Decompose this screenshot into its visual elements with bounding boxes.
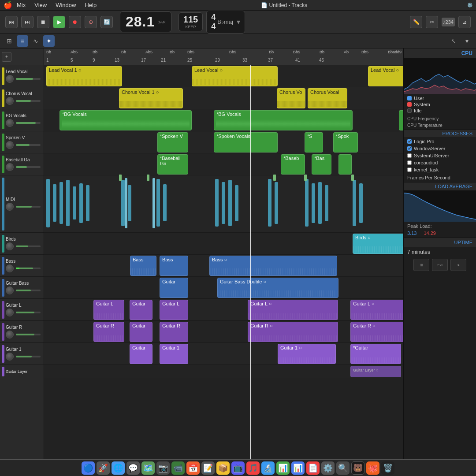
dock-finder[interactable]: 🔵 xyxy=(82,461,95,475)
midi-accent-block[interactable] xyxy=(125,178,127,228)
dock-excel[interactable]: 📊 xyxy=(276,461,290,475)
dock-photos[interactable]: 📷 xyxy=(156,461,170,475)
midi-block[interactable] xyxy=(60,182,63,224)
track-fader[interactable] xyxy=(16,334,41,335)
region-guitar1-2[interactable]: Guitar 1 xyxy=(160,344,188,364)
list-tool[interactable]: ≡ xyxy=(17,35,28,47)
process-checkbox-ca[interactable] xyxy=(407,160,412,165)
midi-block[interactable] xyxy=(312,183,315,223)
dock-word[interactable]: 📄 xyxy=(306,461,320,475)
midi-block[interactable] xyxy=(215,179,219,227)
dock-launchpad[interactable]: 🚀 xyxy=(97,461,110,475)
track-volume-knob[interactable] xyxy=(6,309,14,316)
region-guitar-r-3[interactable]: Guitar R xyxy=(160,322,188,342)
dock-magnifier[interactable]: 🔍 xyxy=(336,461,350,475)
process-checkbox-ws[interactable] xyxy=(407,146,412,151)
track-fader[interactable] xyxy=(16,356,41,357)
pencil-tool[interactable]: ✏️ xyxy=(410,16,422,28)
menu-view[interactable]: View xyxy=(30,2,51,8)
midi-block[interactable] xyxy=(325,185,328,221)
dropdown-arrow[interactable]: ▾ xyxy=(237,18,240,26)
position-display[interactable]: 28.1 BAR xyxy=(120,11,171,32)
region-bg-vocals-1[interactable]: *BG Vocals xyxy=(60,110,192,130)
track-volume-knob[interactable] xyxy=(6,286,14,294)
track-fader[interactable] xyxy=(16,144,41,146)
midi-block[interactable] xyxy=(73,186,76,219)
region-spoken-vocals[interactable]: *Spoken Vocals xyxy=(214,132,278,152)
midi-block[interactable] xyxy=(121,180,125,226)
track-volume-knob[interactable] xyxy=(6,75,14,83)
tuner-button[interactable]: ♪234 xyxy=(442,18,455,26)
region-lead-vocal-3[interactable]: Lead Vocal ○ xyxy=(368,66,403,86)
region-guitar1-3[interactable]: Guitar 1 ○ xyxy=(278,344,336,364)
midi-block[interactable] xyxy=(79,183,83,223)
track-volume-knob[interactable] xyxy=(6,119,14,127)
track-volume-knob[interactable] xyxy=(6,264,14,272)
track-header-guitar-layer[interactable]: Guitar Layer xyxy=(0,365,44,378)
track-volume-knob[interactable] xyxy=(6,203,14,211)
region-spoken-spok[interactable]: *Spok xyxy=(333,132,358,152)
track-fader[interactable] xyxy=(16,312,41,313)
dock-maps[interactable]: 🗺️ xyxy=(141,461,155,475)
track-header-guitar-1[interactable]: Guitar 1 xyxy=(0,343,44,365)
stop-button[interactable]: ⏹ xyxy=(37,16,49,28)
region-baseball-2[interactable]: *Baseb xyxy=(281,154,305,175)
track-header-birds[interactable]: Birds xyxy=(0,233,44,255)
track-fader[interactable] xyxy=(16,206,41,208)
track-volume-knob[interactable] xyxy=(6,97,14,105)
region-guitar-1[interactable]: Guitar xyxy=(160,278,188,298)
dock-messages[interactable]: 💬 xyxy=(126,461,140,475)
midi-block[interactable] xyxy=(163,184,167,221)
fast-forward-button[interactable]: ⏭ xyxy=(21,16,33,28)
grid-tool[interactable]: ⊞ xyxy=(4,35,15,47)
region-guitar-l-3[interactable]: Guitar L xyxy=(160,300,188,320)
region-chorus-vocal-2[interactable]: Chorus Vocal xyxy=(308,88,347,108)
region-baseball-4[interactable] xyxy=(338,154,352,175)
midi-block[interactable] xyxy=(318,182,322,224)
scissors-tool[interactable]: ✂ xyxy=(426,16,438,28)
track-fader[interactable] xyxy=(16,245,41,247)
dock-powerpoint[interactable]: 📊 xyxy=(291,461,305,475)
midi-block[interactable] xyxy=(305,179,309,227)
midi-block[interactable] xyxy=(235,185,238,221)
activity-icon-2[interactable]: 7:xx xyxy=(432,259,448,271)
track-fader[interactable] xyxy=(16,78,41,80)
track-header-guitar-r[interactable]: Guitar R xyxy=(0,321,44,343)
track-header-guitar-l[interactable]: Guitar L xyxy=(0,299,44,321)
track-header-midi[interactable]: MIDI xyxy=(0,175,44,233)
activity-icon-1[interactable]: ⊞ xyxy=(413,259,429,271)
track-fader[interactable] xyxy=(16,122,41,124)
midi-block[interactable] xyxy=(128,185,131,221)
pointer-tool[interactable]: ↖ xyxy=(448,35,459,47)
edit-tool[interactable]: ∿ xyxy=(30,35,41,47)
track-header-baseball[interactable]: Baseball Ga xyxy=(0,153,44,175)
region-chorus-vo[interactable]: Chorus Vo xyxy=(277,88,305,108)
menu-help[interactable]: Help xyxy=(80,2,101,8)
dock-trash[interactable]: 🗑️ xyxy=(381,461,394,475)
track-header-lead-vocal[interactable]: Lead Vocal xyxy=(0,65,44,87)
dock-bear[interactable]: 🐻 xyxy=(351,461,364,475)
midi-block[interactable] xyxy=(353,180,356,226)
region-guitar1-1[interactable]: Guitar xyxy=(130,344,152,364)
region-spoken-s[interactable]: *S xyxy=(305,132,323,152)
process-checkbox-sui[interactable] xyxy=(407,153,412,158)
track-fader[interactable] xyxy=(16,100,41,102)
region-guitar-r-4[interactable]: Guitar R ○ xyxy=(248,322,338,342)
process-checkbox-kt[interactable] xyxy=(407,167,412,172)
region-baseball-1[interactable]: *Baseball Ga xyxy=(157,154,188,175)
track-header-bass[interactable]: Bass xyxy=(0,255,44,277)
region-lead-vocal-1[interactable]: Lead Vocal 1 ○ xyxy=(46,66,122,86)
apple-menu[interactable]: 🍎 xyxy=(4,1,12,9)
track-fader[interactable] xyxy=(16,268,41,269)
region-guitar-star[interactable]: *Guitar xyxy=(350,344,401,364)
dock-system-prefs[interactable]: ⚙️ xyxy=(321,461,335,475)
tempo-display[interactable]: 115 KEEP xyxy=(178,12,203,31)
region-guitar-l-2[interactable]: Guitar xyxy=(130,300,152,320)
track-header-guitar-bass[interactable]: Guitar Bass xyxy=(0,277,44,299)
region-bass-1[interactable]: Bass xyxy=(130,256,156,276)
track-volume-knob[interactable] xyxy=(6,242,14,250)
midi-block[interactable] xyxy=(228,180,232,226)
midi-block[interactable] xyxy=(222,182,225,224)
region-lead-vocal-2[interactable]: Lead Vocal ○ xyxy=(192,66,278,86)
region-baseball-3[interactable]: *Bas xyxy=(312,154,331,175)
